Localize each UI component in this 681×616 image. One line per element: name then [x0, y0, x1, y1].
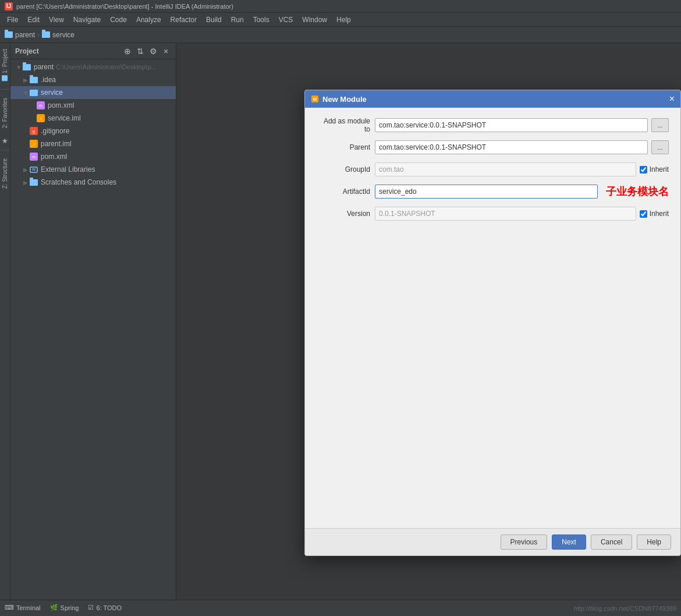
menu-view[interactable]: View: [44, 15, 69, 25]
parent-iml-icon: i: [29, 139, 38, 148]
panel-close-btn[interactable]: ×: [161, 46, 171, 56]
artifactid-input[interactable]: [375, 185, 598, 199]
parent-browse-btn[interactable]: ...: [651, 140, 669, 154]
version-label: Version: [317, 210, 375, 218]
service-toggle[interactable]: ▼: [22, 90, 29, 96]
gitignore-icon: g: [29, 126, 38, 136]
sidebar-separator-2: [1, 150, 9, 150]
help-button[interactable]: Help: [637, 534, 671, 550]
menu-window[interactable]: Window: [297, 15, 332, 25]
parent-label: Parent: [317, 143, 375, 151]
dialog-spacer: [317, 228, 669, 519]
main-area: 1: Project 2: Favorites ★ Z: Structure P…: [0, 43, 681, 600]
root-toggle[interactable]: ▼: [15, 64, 22, 70]
dialog-title: M New Module: [311, 95, 367, 104]
panel-title: Project: [15, 47, 39, 55]
sidebar-tab-project[interactable]: 1: Project: [1, 43, 9, 87]
panel-settings-btn[interactable]: ⚙: [148, 46, 158, 56]
next-button[interactable]: Next: [552, 534, 586, 550]
idea-folder-icon: [29, 75, 38, 84]
title-bar: IJ parent [C:\Users\Administrator\Deskto…: [0, 0, 681, 13]
vertical-sidebar: 1: Project 2: Favorites ★ Z: Structure: [0, 43, 10, 600]
menu-code[interactable]: Code: [105, 15, 132, 25]
bottom-tab-spring[interactable]: 🌿 Spring: [50, 600, 79, 616]
add-as-module-label: Add as module to: [317, 117, 375, 133]
tree-item-external-libs[interactable]: ▶ External Libraries: [10, 163, 176, 176]
idea-toggle[interactable]: ▶: [22, 77, 29, 83]
todo-icon: ☑: [88, 604, 94, 611]
tree-item-gitignore[interactable]: g .gitignore: [10, 125, 176, 137]
menu-tools[interactable]: Tools: [249, 15, 274, 25]
menu-help[interactable]: Help: [332, 15, 356, 25]
add-as-module-browse-btn[interactable]: ...: [651, 118, 669, 132]
panel-locate-btn[interactable]: ⊕: [122, 46, 133, 56]
breadcrumb-separator: ›: [37, 31, 40, 39]
external-libs-toggle[interactable]: ▶: [22, 167, 29, 173]
menu-vcs[interactable]: VCS: [274, 15, 298, 25]
dialog-close-btn[interactable]: ×: [669, 94, 675, 104]
menu-analyze[interactable]: Analyze: [132, 15, 166, 25]
parent-input[interactable]: [375, 140, 648, 154]
menu-refactor[interactable]: Refactor: [166, 15, 201, 25]
tree-item-pom1[interactable]: m pom.xml: [10, 99, 176, 112]
breadcrumb-child[interactable]: service: [42, 31, 75, 39]
parent-folder-icon: [5, 31, 13, 38]
version-input[interactable]: [375, 207, 636, 221]
groupid-input[interactable]: [375, 162, 636, 176]
root-label: parent: [34, 63, 54, 71]
panel-header: Project ⊕ ⇅ ⚙ ×: [10, 43, 176, 59]
tree-item-idea[interactable]: ▶ .idea: [10, 73, 176, 86]
dialog-footer: Previous Next Cancel Help: [305, 528, 680, 555]
favorites-star-icon[interactable]: ★: [1, 134, 9, 147]
tree-root[interactable]: ▼ parent C:\Users\Administrator\Desktop\…: [10, 61, 176, 73]
project-tab-icon: [2, 75, 8, 81]
tree-item-scratches[interactable]: ▶ Scratches and Consoles: [10, 176, 176, 189]
project-tree: ▼ parent C:\Users\Administrator\Desktop\…: [10, 59, 176, 600]
dialog-icon: M: [311, 95, 319, 103]
bottom-tab-terminal[interactable]: ⌨ Terminal: [5, 600, 41, 616]
scratches-label: Scratches and Consoles: [41, 178, 116, 186]
bottom-tab-todo[interactable]: ☑ 6: TODO: [88, 600, 122, 616]
tree-item-service-iml[interactable]: i service.iml: [10, 112, 176, 125]
sidebar-tab-structure[interactable]: Z: Structure: [1, 153, 9, 194]
root-path: C:\Users\Administrator\Desktop\p...: [56, 63, 156, 70]
svg-text:M: M: [313, 97, 317, 102]
app-icon: IJ: [5, 2, 13, 10]
sidebar-tab-favorites[interactable]: 2: Favorites: [1, 92, 9, 134]
panel-scroll-btn[interactable]: ⇅: [135, 46, 146, 56]
project-panel: Project ⊕ ⇅ ⚙ × ▼ parent C:\Users\Admini…: [10, 43, 176, 600]
artifactid-value: 子业务模块名: [375, 185, 669, 199]
menu-build[interactable]: Build: [201, 15, 226, 25]
external-libs-label: External Libraries: [41, 165, 95, 174]
root-folder-icon: [22, 62, 31, 72]
pom1-label: pom.xml: [48, 101, 74, 109]
service-iml-icon: i: [36, 114, 45, 123]
pom2-label: pom.xml: [41, 153, 67, 161]
parent-iml-label: parent.iml: [41, 140, 72, 148]
add-as-module-value: ...: [375, 118, 669, 132]
bottom-bar: ⌨ Terminal 🌿 Spring ☑ 6: TODO http://blo…: [0, 600, 681, 616]
artifactid-annotation: 子业务模块名: [606, 185, 669, 199]
menu-edit[interactable]: Edit: [23, 15, 44, 25]
new-module-dialog: M New Module × Add as module to ...: [304, 90, 681, 556]
previous-button[interactable]: Previous: [501, 534, 548, 550]
cancel-button[interactable]: Cancel: [591, 534, 632, 550]
parent-value: ...: [375, 140, 669, 154]
menu-navigate[interactable]: Navigate: [69, 15, 105, 25]
version-inherit-checkbox[interactable]: [640, 210, 647, 218]
menu-file[interactable]: File: [2, 15, 23, 25]
add-as-module-input[interactable]: [375, 118, 648, 132]
tree-item-pom2[interactable]: m pom.xml: [10, 150, 176, 163]
window-title: parent [C:\Users\Administrator\Desktop\p…: [16, 3, 233, 10]
tree-item-service[interactable]: ▼ service: [10, 86, 176, 99]
scratches-toggle[interactable]: ▶: [22, 179, 29, 186]
tree-item-parent-iml[interactable]: i parent.iml: [10, 137, 176, 150]
breadcrumb-parent[interactable]: parent: [5, 31, 35, 39]
groupid-value: Inherit: [375, 162, 669, 176]
service-label: service: [41, 88, 63, 97]
dialog-title-bar: M New Module ×: [305, 90, 680, 108]
menu-run[interactable]: Run: [226, 15, 249, 25]
groupid-inherit-checkbox[interactable]: [640, 166, 647, 174]
groupid-inherit-label: Inherit: [640, 165, 669, 174]
form-row-groupid: GroupId Inherit: [317, 161, 669, 178]
